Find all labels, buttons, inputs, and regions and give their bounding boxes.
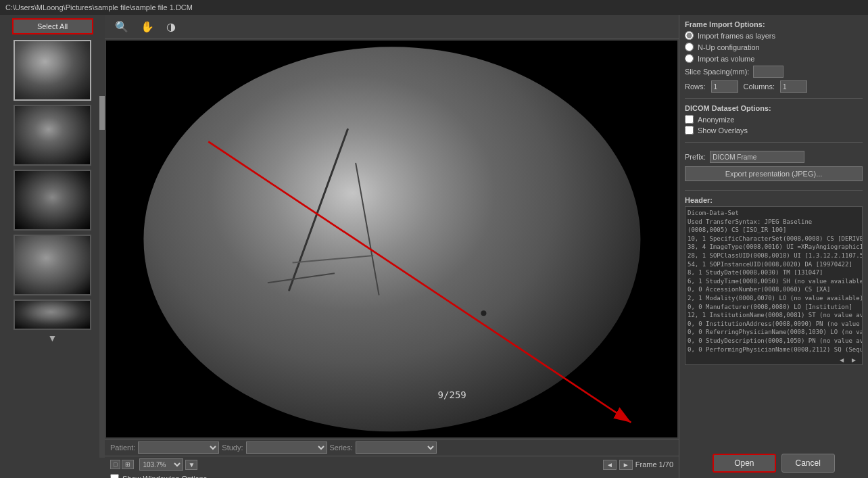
thumbnail-item[interactable]: [14, 105, 91, 166]
frame-controls: ◄ ► Frame 1/70: [603, 460, 673, 470]
viewer-area: 🔍 ✋ ◑ 9/259: [105, 15, 679, 478]
frame-counter: Frame 1/70: [635, 460, 673, 469]
series-label: Series:: [330, 444, 353, 452]
header-line: 0, 0 InstitutionAddress(0008,0090) PN (n…: [688, 320, 860, 329]
patient-label: Patient:: [110, 444, 135, 452]
title-bar: C:\Users\MLoong\Pictures\sample file\sam…: [0, 0, 868, 15]
pan-tool-button[interactable]: ✋: [137, 18, 158, 35]
header-label: Header:: [685, 196, 863, 204]
header-line: 2, 1 Modality(0008,0070) LO (no value av…: [688, 294, 860, 303]
header-line: 0, 0 Manufacturer(0008,0080) LO [Institu…: [688, 303, 860, 312]
windowing-row: Show Windowing Options: [105, 473, 679, 478]
show-overlays-label: Show Overlays: [698, 126, 748, 135]
header-line: Dicom-Data-Set: [688, 209, 860, 218]
cancel-button[interactable]: Cancel: [781, 454, 835, 473]
scroll-right-arrow[interactable]: ►: [850, 356, 857, 364]
slice-spacing-row: Slice Spacing(mm):: [685, 66, 863, 78]
dataset-options-title: DICOM Dataset Options:: [685, 104, 863, 112]
device-line: [293, 255, 374, 263]
study-label: Study:: [222, 444, 243, 452]
thumbnail-item[interactable]: [14, 235, 91, 295]
header-line: Used TransferSyntax: JPEG Baseline: [688, 218, 860, 226]
title-path: C:\Users\MLoong\Pictures\sample file\sam…: [5, 3, 193, 11]
single-view-button[interactable]: □: [110, 460, 120, 469]
radio-import-layers-label: Import frames as layers: [698, 32, 775, 40]
thumbnail-panel: Select All: [0, 15, 105, 478]
rows-label: Rows:: [685, 82, 706, 91]
header-line: 12, 1 InstitutionName(0008,0081) ST (no …: [688, 311, 860, 320]
radio-nup-config-input[interactable]: [685, 43, 694, 51]
prefix-input[interactable]: [710, 151, 804, 163]
xray-circle: 9/259: [143, 47, 640, 431]
rows-cols-row: Rows: Columns:: [685, 80, 863, 93]
open-button[interactable]: Open: [713, 454, 775, 473]
header-line: (0008,0005) CS [ISO_IR 100]: [688, 226, 860, 235]
toolbar: 🔍 ✋ ◑: [105, 15, 679, 39]
radio-import-volume-input[interactable]: [685, 54, 694, 63]
thumb-scroll-track[interactable]: [99, 96, 105, 458]
frame-prev-button[interactable]: ◄: [603, 460, 617, 470]
radio-import-layers: Import frames as layers: [685, 31, 863, 40]
vessel-detail: [288, 128, 349, 292]
header-scroll[interactable]: Dicom-Data-Set Used TransferSyntax: JPEG…: [685, 206, 863, 365]
columns-input[interactable]: [780, 80, 807, 93]
frame-import-section: Frame Import Options: Import frames as l…: [685, 20, 863, 93]
right-panel: Frame Import Options: Import frames as l…: [679, 15, 868, 478]
thumbnail-item[interactable]: [14, 170, 91, 231]
show-overlays-checkbox[interactable]: [685, 126, 694, 135]
header-scroll-container: Dicom-Data-Set Used TransferSyntax: JPEG…: [685, 206, 863, 365]
thumbnail-item[interactable]: [14, 40, 91, 101]
anonymize-checkbox[interactable]: [685, 115, 694, 124]
slice-spacing-label: Slice Spacing(mm):: [685, 68, 749, 76]
thumbnail-scroll: [0, 40, 105, 330]
show-overlays-option: Show Overlays: [685, 126, 863, 135]
controls-bar: □ ⊞ 103.7% ▼ ◄ ► Frame 1/70: [105, 456, 679, 473]
windowing-checkbox[interactable]: [110, 474, 119, 478]
prefix-row: Prefix:: [685, 151, 863, 163]
export-jpeg-button[interactable]: Export presentation (JPEG)...: [685, 166, 863, 181]
bottom-buttons: Open Cancel: [685, 451, 863, 473]
radio-import-volume-label: Import as volume: [698, 55, 754, 63]
windowing-label: Show Windowing Options: [122, 475, 207, 479]
slice-spacing-input[interactable]: [753, 66, 783, 78]
radio-import-volume: Import as volume: [685, 54, 863, 63]
dicom-dataset-section: DICOM Dataset Options: Anonymize Show Ov…: [685, 104, 863, 137]
scroll-left-arrow[interactable]: ◄: [838, 356, 845, 364]
select-all-button[interactable]: Select All: [12, 18, 93, 34]
patient-dropdown[interactable]: [138, 441, 219, 454]
header-line: 0, 0 PerformingPhysicianName(0008,2112) …: [688, 345, 860, 354]
patient-bar: Patient: Study: Series:: [105, 439, 679, 456]
header-line: 28, 1 SOPClassUID(0008,0018) UI [1.3.12.…: [688, 252, 860, 260]
study-dropdown[interactable]: [246, 441, 327, 454]
zoom-expand-button[interactable]: ▼: [185, 460, 197, 470]
header-line: 10, 1 SpecificCharacterSet(0008,0008) CS…: [688, 235, 860, 243]
vessel-detail: [355, 163, 380, 296]
zoom-control: 103.7% ▼: [139, 458, 197, 471]
header-line: 0, 0 StudyDescription(0008,1050) PN (no …: [688, 337, 860, 345]
radio-nup-config: N-Up configuration: [685, 43, 863, 51]
contrast-tool-button[interactable]: ◑: [163, 18, 179, 35]
view-mode-buttons: □ ⊞: [110, 460, 134, 469]
series-dropdown[interactable]: [356, 441, 437, 454]
rows-input[interactable]: [711, 80, 738, 93]
scroll-down-arrow[interactable]: ▼: [48, 333, 57, 343]
multi-view-button[interactable]: ⊞: [122, 460, 134, 469]
columns-label: Columns:: [744, 82, 775, 91]
frame-overlay: 9/259: [438, 390, 466, 401]
divider: [685, 190, 863, 191]
viewer-bottom: Patient: Study: Series: □ ⊞ 103.7% ▼: [105, 439, 679, 478]
radio-import-layers-input[interactable]: [685, 31, 694, 40]
zoom-select[interactable]: 103.7%: [139, 458, 183, 471]
header-line: 0, 0 ReferringPhysicianName(0008,1030) L…: [688, 328, 860, 337]
frame-next-button[interactable]: ►: [619, 460, 633, 470]
divider: [685, 98, 863, 99]
header-scroll-arrows: ◄ ►: [838, 356, 857, 364]
prefix-label: Prefix:: [685, 153, 706, 161]
header-line: 0, 0 AccessionNumber(0008,0060) CS [XA]: [688, 285, 860, 294]
anonymize-option: Anonymize: [685, 115, 863, 124]
thumbnail-item[interactable]: [14, 300, 91, 330]
thumb-scroll-thumb[interactable]: [99, 96, 105, 130]
header-line: 6, 1 StudyTime(0008,0050) SH (no value a…: [688, 277, 860, 286]
radio-nup-config-label: N-Up configuration: [698, 43, 760, 51]
zoom-tool-button[interactable]: 🔍: [112, 18, 132, 35]
